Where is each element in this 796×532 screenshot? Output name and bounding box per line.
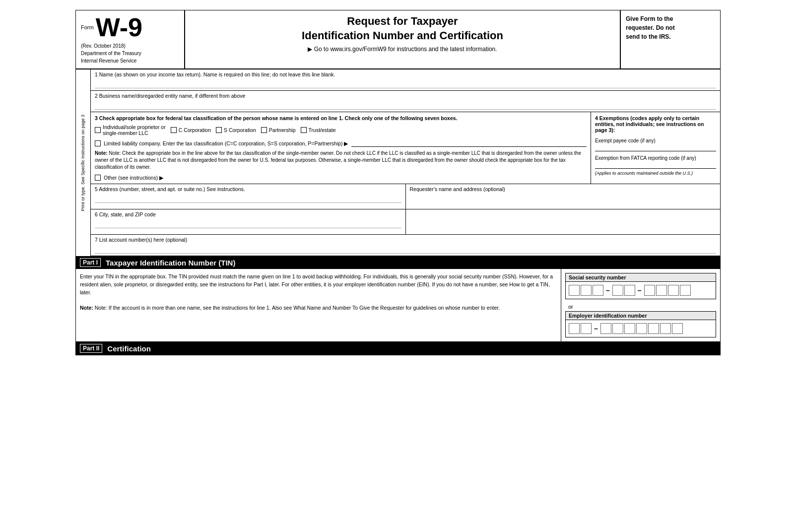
header-right: Give Form to the requester. Do not send …: [621, 10, 720, 68]
part1-header: Part I Taxpayer Identification Number (T…: [76, 256, 720, 269]
row-2: 2 Business name/disregarded entity name,…: [91, 91, 720, 112]
dept2: Internal Revenue Service: [81, 57, 179, 65]
llc-label: Limited liability company. Enter the tax…: [104, 140, 348, 146]
part2-tag: Part II: [80, 344, 102, 353]
ssn-cell-4[interactable]: [612, 285, 623, 296]
checkbox-trust-label: Trust/estate: [309, 127, 336, 133]
applies-note: (Applies to accounts maintained outside …: [595, 171, 716, 176]
rev-date: (Rev. October 2018): [81, 42, 179, 50]
part1-note: Note: Note: If the account is in more th…: [80, 304, 557, 312]
fatca-label: Exemption from FATCA reporting code (if …: [595, 155, 716, 161]
ssn-cell-7[interactable]: [656, 285, 667, 296]
row7-input[interactable]: [95, 245, 716, 254]
ssn-label: Social security number: [566, 273, 716, 282]
requester-label: Requester's name and address (optional): [410, 186, 717, 192]
part1-body: Enter your TIN in the appropriate box. T…: [76, 269, 720, 342]
checkboxes-row1: Individual/sole proprietor orsingle-memb…: [95, 124, 587, 136]
checkbox-partnership: Partnership: [261, 127, 296, 133]
checkbox-llc-box[interactable]: [95, 140, 101, 146]
form-label: Form: [81, 24, 94, 30]
dept1: Department of the Treasury: [81, 50, 179, 57]
row-7: 7 List account number(s) here (optional): [91, 235, 720, 256]
ssn-cell-8[interactable]: [668, 285, 679, 296]
ein-cell-6[interactable]: [636, 323, 647, 334]
or-text: or: [565, 302, 716, 311]
side-label: Print or type. See Specific Instructions…: [76, 69, 91, 256]
row6-container: 6 City, state, and ZIP code: [91, 209, 720, 235]
ein-fields: –: [566, 320, 716, 337]
part2-title: Certification: [107, 344, 151, 353]
row5-input[interactable]: [95, 194, 401, 203]
checkbox-ccorp-label: C Corporation: [179, 127, 211, 133]
ssn-seg2: [612, 285, 635, 296]
ein-cell-1[interactable]: [569, 323, 580, 334]
checkbox-trust-box[interactable]: [301, 127, 307, 133]
fatca-input[interactable]: [595, 162, 716, 169]
requester-field: Requester's name and address (optional): [406, 184, 721, 209]
row2-input[interactable]: [95, 101, 716, 110]
checkbox-trust: Trust/estate: [301, 127, 336, 133]
ein-dash: –: [593, 325, 599, 332]
checkbox-ccorp-box[interactable]: [171, 127, 177, 133]
header-center: Request for Taxpayer Identification Numb…: [185, 10, 621, 68]
ssn-seg3: [644, 285, 691, 296]
row1-input[interactable]: [95, 79, 716, 88]
ssn-cell-3[interactable]: [593, 285, 603, 296]
llc-input[interactable]: [351, 140, 587, 147]
checkbox-individual-label: Individual/sole proprietor orsingle-memb…: [103, 124, 166, 136]
row-1: 1 Name (as shown on your income tax retu…: [91, 69, 720, 91]
checkbox-scorp-box[interactable]: [216, 127, 222, 133]
exempt-payee-label: Exempt payee code (if any): [595, 138, 716, 143]
row3-label: 3 Check appropriate box for federal tax …: [95, 115, 587, 121]
ssn-fields: – –: [566, 282, 716, 299]
ein-cell-9[interactable]: [672, 323, 683, 334]
note-block: Note: Note: Check the appropriate box in…: [95, 150, 587, 171]
ein-cell-2[interactable]: [581, 323, 592, 334]
part1-tag: Part I: [80, 258, 101, 267]
checkbox-partnership-box[interactable]: [261, 127, 267, 133]
header-left: Form W-9 (Rev. October 2018) Department …: [76, 10, 185, 68]
ein-cell-5[interactable]: [624, 323, 635, 334]
ein-cell-7[interactable]: [648, 323, 659, 334]
form-body: Print or type. See Specific Instructions…: [76, 69, 720, 256]
row6-input[interactable]: [95, 219, 401, 228]
row6-right: [406, 209, 721, 234]
ssn-seg1: [569, 285, 603, 296]
ssn-cell-1[interactable]: [569, 285, 580, 296]
part1-right: Social security number – –: [561, 269, 720, 341]
ssn-cell-9[interactable]: [680, 285, 691, 296]
ein-cell-8[interactable]: [660, 323, 671, 334]
ein-seg1: [569, 323, 592, 334]
row3-container: 3 Check appropriate box for federal tax …: [91, 112, 720, 184]
ssn-cell-6[interactable]: [644, 285, 655, 296]
row5-label: 5 Address (number, street, and apt. or s…: [95, 186, 401, 192]
checkbox-scorp-label: S Corporation: [224, 127, 256, 133]
form-number: W-9: [96, 14, 142, 40]
checkbox-other-box[interactable]: [95, 175, 101, 181]
checkbox-individual: Individual/sole proprietor orsingle-memb…: [95, 124, 166, 136]
checkbox-partnership-label: Partnership: [269, 127, 296, 133]
other-row: Other (see instructions) ▶: [95, 175, 587, 181]
ein-cell-4[interactable]: [612, 323, 623, 334]
ein-label: Employer identification number: [566, 312, 716, 320]
ein-cell-3[interactable]: [600, 323, 611, 334]
row3-right: 4 Exemptions (codes apply only to certai…: [591, 112, 720, 184]
checkbox-individual-box[interactable]: [95, 127, 101, 133]
form-title: Request for Taxpayer Identification Numb…: [195, 14, 610, 43]
ssn-cell-5[interactable]: [624, 285, 635, 296]
row7-label: 7 List account number(s) here (optional): [95, 237, 716, 243]
part2-header: Part II Certification: [76, 342, 720, 355]
part1-text: Enter your TIN in the appropriate box. T…: [76, 269, 561, 341]
checkbox-scorp: S Corporation: [216, 127, 256, 133]
ssn-cell-2[interactable]: [581, 285, 592, 296]
ein-box: Employer identification number –: [565, 311, 716, 337]
form-number-block: Form W-9: [81, 14, 179, 40]
exempt-payee-input[interactable]: [595, 144, 716, 151]
row4-label: 4 Exemptions (codes apply only to certai…: [595, 115, 716, 133]
row1-label: 1 Name (as shown on your income tax retu…: [95, 71, 716, 77]
llc-row: Limited liability company. Enter the tax…: [95, 140, 587, 147]
ssn-dash1: –: [604, 286, 611, 294]
header-sub: (Rev. October 2018) Department of the Tr…: [81, 42, 179, 65]
part1-main-text: Enter your TIN in the appropriate box. T…: [80, 273, 557, 296]
main-content: 1 Name (as shown on your income tax retu…: [91, 69, 720, 256]
